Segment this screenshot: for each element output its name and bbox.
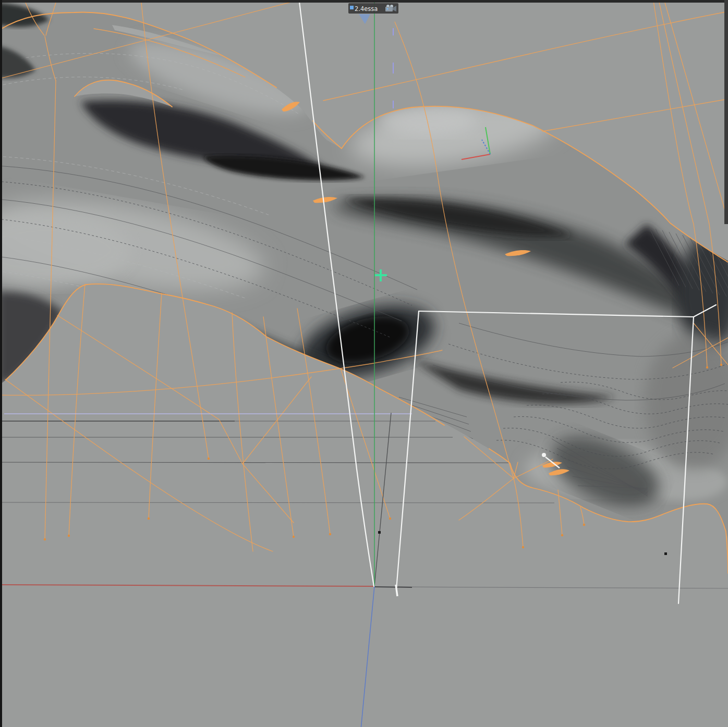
viewport-border-left [0, 0, 2, 727]
x-axis-line [0, 585, 374, 586]
scene-canvas[interactable]: 2.4essa [0, 0, 728, 727]
object-type-icon [350, 6, 354, 9]
viewport-border-top [0, 0, 728, 3]
camera-cone-icon [359, 14, 370, 24]
construction-diagonal-line [374, 413, 391, 586]
pivot-point-dot [378, 531, 381, 534]
axis-extension-dark-segment [374, 587, 412, 587]
camera-object-label[interactable]: 2.4essa [348, 3, 398, 24]
viewport-border-right [724, 0, 728, 224]
surface-mesh[interactable] [0, 3, 728, 545]
viewport-3d[interactable]: 2.4essa [0, 0, 728, 727]
axis-extension-line [374, 587, 728, 588]
scene-point-dot [664, 552, 667, 555]
z-axis-line [361, 586, 374, 727]
camera-label-text[interactable]: 2.4essa [355, 5, 378, 13]
